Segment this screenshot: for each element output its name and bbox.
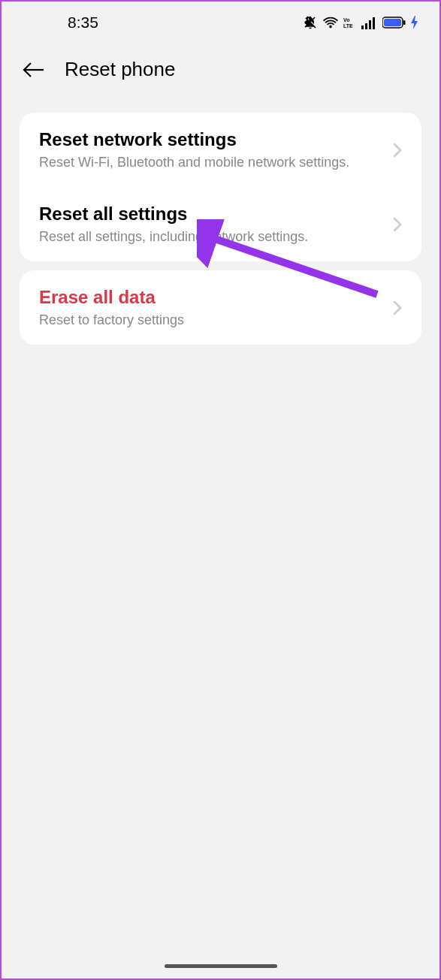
list-item-content: Erase all data Reset to factory settings	[39, 287, 385, 328]
svg-rect-2	[361, 26, 364, 29]
volte-icon: Vo LTE	[343, 17, 357, 29]
chevron-right-icon	[393, 143, 402, 158]
reset-all-settings-item[interactable]: Reset all settings Reset all settings, i…	[20, 187, 421, 261]
erase-all-data-item[interactable]: Erase all data Reset to factory settings	[20, 270, 421, 345]
list-item-content: Reset all settings Reset all settings, i…	[39, 204, 385, 245]
item-title: Erase all data	[39, 287, 385, 308]
svg-text:Vo: Vo	[343, 17, 349, 23]
erase-card: Erase all data Reset to factory settings	[20, 270, 421, 345]
header: Reset phone	[2, 43, 439, 104]
item-subtitle: Reset all settings, including network se…	[39, 229, 385, 245]
charging-icon	[411, 16, 418, 29]
back-arrow-icon	[23, 61, 45, 79]
wifi-icon	[322, 16, 339, 29]
svg-rect-8	[403, 20, 406, 25]
chevron-right-icon	[393, 217, 402, 232]
svg-rect-3	[365, 23, 367, 29]
status-bar: 8:35 Vo LTE	[2, 2, 439, 43]
status-time: 8:35	[68, 14, 98, 32]
item-title: Reset all settings	[39, 204, 385, 225]
item-subtitle: Reset Wi-Fi, Bluetooth and mobile networ…	[39, 155, 385, 170]
home-indicator[interactable]	[165, 964, 277, 968]
item-subtitle: Reset to factory settings	[39, 312, 385, 328]
signal-icon	[361, 16, 378, 29]
reset-network-settings-item[interactable]: Reset network settings Reset Wi-Fi, Blue…	[20, 113, 421, 187]
page-title: Reset phone	[65, 58, 175, 81]
battery-icon	[382, 17, 406, 29]
svg-rect-4	[369, 20, 371, 29]
back-button[interactable]	[23, 61, 45, 79]
svg-rect-5	[373, 17, 375, 29]
svg-text:LTE: LTE	[343, 23, 353, 29]
reset-options-card: Reset network settings Reset Wi-Fi, Blue…	[20, 113, 421, 261]
item-title: Reset network settings	[39, 129, 385, 150]
status-icons-group: Vo LTE	[303, 15, 418, 30]
mute-icon	[303, 15, 318, 30]
svg-rect-7	[384, 19, 401, 26]
list-item-content: Reset network settings Reset Wi-Fi, Blue…	[39, 129, 385, 170]
chevron-right-icon	[393, 300, 402, 315]
